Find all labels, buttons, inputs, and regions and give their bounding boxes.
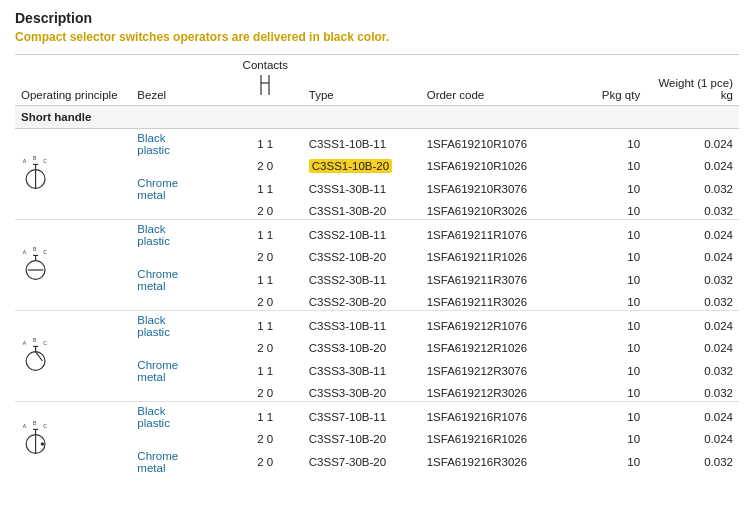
weight-cell: 0.024 (646, 129, 739, 159)
svg-point-55 (41, 442, 44, 445)
type-cell: C3SS1-30B-11 (303, 174, 421, 203)
col-header-contacts: Contacts (228, 55, 303, 106)
weight-cell: 0.032 (646, 356, 739, 385)
svg-text:B: B (33, 246, 37, 252)
weight-cell: 0.032 (646, 385, 739, 402)
weight-cell: 0.024 (646, 340, 739, 356)
weight-cell: 0.024 (646, 431, 739, 447)
pkg-qty-cell: 10 (592, 356, 646, 385)
type-cell: C3SS7-10B-20 (303, 431, 421, 447)
contacts-cell: 1 1 (228, 220, 303, 250)
svg-text:B: B (33, 155, 37, 161)
table-row: A B C Blackplastic1 1C3SS3-10B-111SFA619… (15, 311, 739, 341)
pkg-qty-cell: 10 (592, 385, 646, 402)
pkg-qty-cell: 10 (592, 431, 646, 447)
order-code-cell: 1SFA619211R1076 (421, 220, 592, 250)
type-cell: C3SS1-30B-20 (303, 203, 421, 220)
svg-text:B: B (33, 337, 37, 343)
col-header-weight: Weight (1 pce) kg (646, 55, 739, 106)
pkg-qty-cell: 10 (592, 249, 646, 265)
order-code-cell: 1SFA619210R1076 (421, 129, 592, 159)
contacts-cell: 2 0 (228, 158, 303, 174)
pkg-qty-cell: 10 (592, 220, 646, 250)
description-prefix: Compact selector switches operators are … (15, 30, 323, 44)
bezel-cell (131, 249, 227, 265)
op-symbol-2: A B C (21, 246, 57, 282)
contacts-symbol (251, 71, 279, 99)
type-cell: C3SS1-10B-20 (303, 158, 421, 174)
bezel-cell (131, 431, 227, 447)
contacts-cell: 1 1 (228, 356, 303, 385)
weight-cell: 0.024 (646, 220, 739, 250)
pkg-qty-cell: 10 (592, 402, 646, 432)
contacts-cell: 2 0 (228, 340, 303, 356)
contacts-cell: 2 0 (228, 385, 303, 402)
pkg-qty-cell: 10 (592, 174, 646, 203)
type-cell: C3SS2-10B-20 (303, 249, 421, 265)
op-symbol-3: A B C (21, 337, 57, 373)
svg-text:A: A (23, 249, 27, 255)
bezel-cell: Chromemetal (131, 265, 227, 294)
order-code-cell: 1SFA619212R3076 (421, 356, 592, 385)
table-row: A B C Blackplastic1 1C3SS1-10B-111SFA619… (15, 129, 739, 159)
bezel-cell: Blackplastic (131, 402, 227, 432)
order-code-cell: 1SFA619211R1026 (421, 249, 592, 265)
bezel-cell (131, 340, 227, 356)
type-cell: C3SS7-10B-11 (303, 402, 421, 432)
weight-cell: 0.024 (646, 402, 739, 432)
col-header-op: Operating principle (15, 55, 131, 106)
order-code-cell: 1SFA619210R3076 (421, 174, 592, 203)
order-code-cell: 1SFA619210R1026 (421, 158, 592, 174)
order-code-cell: 1SFA619210R3026 (421, 203, 592, 220)
svg-text:C: C (43, 249, 47, 255)
weight-cell: 0.032 (646, 203, 739, 220)
contacts-cell: 2 0 (228, 431, 303, 447)
type-cell: C3SS2-30B-20 (303, 294, 421, 311)
col-header-type: Type (303, 55, 421, 106)
bezel-cell: Blackplastic (131, 311, 227, 341)
svg-text:A: A (23, 423, 27, 429)
description-section: Description Compact selector switches op… (15, 10, 739, 44)
weight-cell: 0.032 (646, 174, 739, 203)
pkg-qty-cell: 10 (592, 129, 646, 159)
contacts-cell: 2 0 (228, 203, 303, 220)
svg-text:C: C (43, 158, 47, 164)
contacts-cell: 1 1 (228, 174, 303, 203)
type-cell: C3SS3-10B-11 (303, 311, 421, 341)
type-cell: C3SS3-30B-11 (303, 356, 421, 385)
product-table: Operating principle Bezel Contacts Type … (15, 54, 739, 476)
order-code-cell: 1SFA619216R3026 (421, 447, 592, 476)
bezel-cell (131, 203, 227, 220)
op-symbol-cell: A B C (15, 129, 131, 220)
order-code-cell: 1SFA619216R1076 (421, 402, 592, 432)
table-row: A B C Blackplastic1 1C3SS7-10B-111SFA619… (15, 402, 739, 432)
order-code-cell: 1SFA619212R3026 (421, 385, 592, 402)
pkg-qty-cell: 10 (592, 294, 646, 311)
type-cell: C3SS3-10B-20 (303, 340, 421, 356)
type-cell: C3SS7-30B-20 (303, 447, 421, 476)
col-header-order: Order code (421, 55, 592, 106)
contacts-cell: 1 1 (228, 311, 303, 341)
weight-cell: 0.032 (646, 265, 739, 294)
op-symbol-4: A B C (21, 420, 57, 456)
order-code-cell: 1SFA619216R1026 (421, 431, 592, 447)
svg-text:B: B (33, 420, 37, 426)
pkg-qty-cell: 10 (592, 311, 646, 341)
col-header-pkg: Pkg qty (592, 55, 646, 106)
bezel-cell (131, 158, 227, 174)
bezel-cell (131, 294, 227, 311)
contacts-cell: 2 0 (228, 447, 303, 476)
contacts-cell: 1 1 (228, 129, 303, 159)
weight-cell: 0.024 (646, 249, 739, 265)
contacts-cell: 2 0 (228, 249, 303, 265)
bezel-cell: Blackplastic (131, 220, 227, 250)
type-cell: C3SS1-10B-11 (303, 129, 421, 159)
type-cell: C3SS2-30B-11 (303, 265, 421, 294)
pkg-qty-cell: 10 (592, 447, 646, 476)
weight-cell: 0.024 (646, 311, 739, 341)
svg-text:A: A (23, 340, 27, 346)
bezel-cell (131, 385, 227, 402)
table-row: A B C Blackplastic1 1C3SS2-10B-111SFA619… (15, 220, 739, 250)
pkg-qty-cell: 10 (592, 340, 646, 356)
bezel-cell: Chromemetal (131, 174, 227, 203)
